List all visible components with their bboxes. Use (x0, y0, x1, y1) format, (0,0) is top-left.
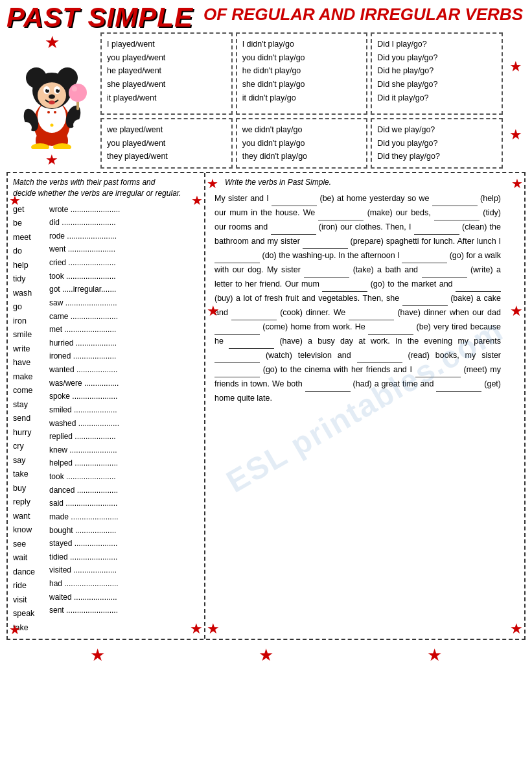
blank-19[interactable] (229, 335, 274, 349)
blank-3[interactable] (318, 206, 364, 220)
star-bottom-left: ★ (45, 152, 58, 169)
star-right-2: ★ (509, 126, 522, 143)
exercise2-title: Write the verbs in Past Simple. (225, 177, 519, 188)
blank-21[interactable] (357, 349, 402, 363)
question-box: Did I play/go? Did you play/go? Did he p… (371, 32, 503, 115)
blank-9[interactable] (402, 249, 447, 263)
negative-box: I didn't play/go you didn't play/go he d… (236, 32, 368, 115)
blank-25[interactable] (436, 377, 481, 392)
svg-point-14 (50, 124, 53, 127)
question-col: Did I play/go? Did you play/go? Did he p… (371, 32, 503, 169)
exercises-section: Match the verbs with their past forms an… (6, 172, 526, 640)
blank-17[interactable] (214, 320, 260, 335)
negative-col: I didn't play/go you didn't play/go he d… (236, 32, 368, 169)
svg-point-12 (49, 95, 55, 99)
title-past-simple: PAST SIMPLE (6, 4, 193, 31)
right-stars-col: ★ ★ (506, 32, 526, 169)
star-ex2-mid-left: ★ (207, 303, 220, 320)
blank-2[interactable] (432, 192, 478, 206)
star-right-1: ★ (509, 58, 522, 75)
blank-5[interactable] (271, 220, 316, 235)
verbs-source: getbemeetdohelptidywashgoironsmilewriteh… (13, 203, 47, 635)
svg-point-13 (49, 101, 55, 104)
star-footer-3: ★ (427, 645, 442, 665)
header: PAST SIMPLE OF REGULAR AND IRREGULAR VER… (0, 0, 532, 32)
left-exercise-panel: Match the verbs with their past forms an… (8, 173, 205, 639)
svg-point-11 (58, 89, 59, 90)
star-ex2-top-left: ★ (207, 176, 218, 191)
story-paragraph: My sister and I (be) at home yesterday s… (211, 192, 519, 405)
svg-point-26 (47, 111, 50, 113)
blank-20[interactable] (214, 349, 260, 363)
blank-23[interactable] (415, 363, 461, 377)
svg-point-27 (54, 111, 56, 113)
star-ex2-bottom-right: ★ (510, 621, 523, 637)
blank-1[interactable] (272, 192, 317, 206)
blank-18[interactable] (368, 320, 413, 335)
title-subtitle: OF REGULAR AND IRREGULAR VERBS (193, 4, 526, 31)
blank-10[interactable] (304, 263, 349, 278)
blank-11[interactable] (422, 263, 467, 278)
star-ex1-bottom-right: ★ (190, 621, 203, 637)
star-footer-1: ★ (90, 645, 105, 665)
star-ex2-top-right: ★ (511, 176, 523, 191)
svg-point-10 (47, 89, 49, 90)
blank-15[interactable] (231, 306, 277, 320)
blank-12[interactable] (322, 278, 367, 292)
question-box-plural: Did we play/go? Did you play/go? Did the… (371, 118, 503, 169)
svg-point-24 (20, 122, 32, 134)
verbs-matched: wrote ....................... did ......… (49, 203, 200, 635)
svg-point-9 (56, 89, 60, 93)
right-exercise-panel: ★ ★ Write the verbs in Past Simple. ★ ★ … (205, 173, 524, 639)
conjugation-section: ★ (6, 32, 526, 169)
negative-box-plural: we didn't play/go you didn't play/go the… (236, 118, 368, 169)
affirmative-box-plural: we played/went you played/went they play… (100, 118, 233, 169)
mickey-mouse-image (12, 55, 93, 149)
star-ex1-left: ★ (9, 193, 21, 208)
svg-point-23 (72, 86, 77, 91)
svg-point-8 (45, 89, 49, 93)
affirmative-box: I played/went you played/went he played/… (100, 32, 233, 115)
star-footer-2: ★ (259, 645, 273, 665)
blank-4[interactable] (434, 206, 480, 220)
affirmative-col: I played/went you played/went he played/… (100, 32, 233, 169)
blank-8[interactable] (214, 249, 260, 263)
svg-point-25 (73, 119, 85, 131)
blank-24[interactable] (305, 377, 351, 392)
blank-22[interactable] (214, 363, 260, 377)
blank-7[interactable] (303, 235, 348, 249)
blank-13[interactable] (456, 278, 501, 292)
blank-16[interactable] (349, 306, 394, 320)
star-ex1-bottom-left: ★ (9, 622, 21, 637)
blank-6[interactable] (414, 220, 459, 235)
star-ex2-mid-right: ★ (510, 303, 523, 320)
verb-matching-table: getbemeetdohelptidywashgoironsmilewriteh… (13, 203, 200, 635)
blank-14[interactable] (402, 292, 448, 306)
mickey-col: ★ (6, 32, 97, 169)
bottom-stars-row: ★ ★ ★ (0, 645, 532, 669)
star-ex2-bottom-left: ★ (207, 621, 220, 637)
svg-point-22 (69, 84, 87, 102)
exercise1-title: Match the verbs with their past forms an… (13, 177, 200, 199)
star-ex1-right: ★ (191, 193, 203, 208)
star-top-left: ★ (45, 32, 60, 53)
